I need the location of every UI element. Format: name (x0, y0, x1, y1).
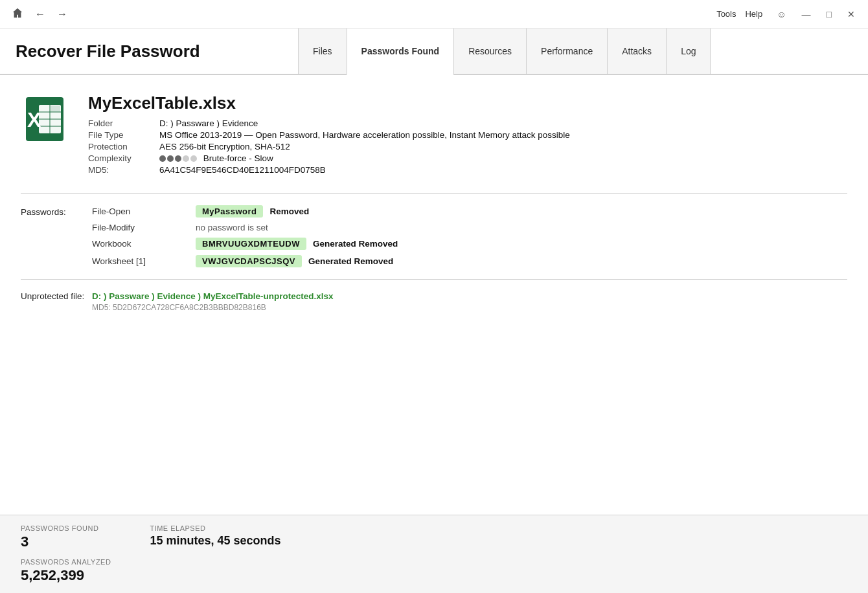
passwords-section: Passwords: File-Open MyPassword Removed … (21, 205, 847, 267)
unprotected-section: Unprotected file: D: ) Passware ) Eviden… (21, 291, 847, 312)
protection-value: AES 256-bit Encryption, SHA-512 (159, 142, 847, 151)
home-button[interactable] (8, 6, 27, 23)
tools-menu[interactable]: Tools (716, 9, 736, 19)
main-content: X MyExcelTable.xlsx Folder D: ) Passware… (0, 75, 868, 515)
unprotected-path[interactable]: D: ) Passware ) Evidence ) MyExcelTable-… (92, 291, 847, 301)
passwords-analyzed-value: 5,252,399 (21, 567, 111, 584)
folder-label: Folder (88, 118, 159, 128)
file-type-value: MS Office 2013-2019 — Open Password, Har… (159, 130, 847, 140)
time-elapsed-value: 15 minutes, 45 seconds (150, 533, 280, 548)
dot-4 (183, 155, 189, 162)
forward-button[interactable]: → (53, 7, 71, 21)
divider-2 (21, 279, 847, 280)
file-icon: X (21, 93, 73, 145)
dot-2 (167, 155, 174, 162)
pw-none-file-modify: no password is set (196, 223, 268, 232)
tab-bar: Files Passwords Found Resources Performa… (298, 28, 868, 74)
folder-value: D: ) Passware ) Evidence (159, 118, 847, 128)
complexity-label: Complexity (88, 153, 159, 163)
passwords-grid: File-Open MyPassword Removed File-Modify… (92, 205, 847, 267)
pw-row-file-modify: no password is set (196, 223, 847, 232)
time-elapsed-label: TIME ELAPSED (150, 524, 280, 532)
pw-badge-workbook: BMRVUUGXDMTEUDW (196, 238, 306, 250)
file-details: MyExcelTable.xlsx Folder D: ) Passware )… (88, 93, 847, 175)
pw-row-worksheet: VWJGVCDAPSCJSQV Generated Removed (196, 255, 847, 267)
tab-resources[interactable]: Resources (453, 28, 526, 74)
help-menu[interactable]: Help (745, 9, 762, 19)
maximize-button[interactable]: □ (821, 8, 837, 21)
pw-type-file-modify: File-Modify (92, 223, 196, 232)
pw-type-workbook: Workbook (92, 239, 196, 249)
complexity-text: Brute-force - Slow (203, 153, 273, 163)
passwords-found-label: PASSWORDS FOUND (21, 524, 111, 532)
tab-files[interactable]: Files (298, 28, 347, 74)
complexity-value: Brute-force - Slow (159, 153, 847, 163)
tab-attacks[interactable]: Attacks (607, 28, 666, 74)
pw-type-file-open: File-Open (92, 207, 196, 216)
unprotected-md5: MD5: 5D2D672CA728CF6A8C2B3BBBD82B816B (92, 303, 847, 312)
passwords-label: Passwords: (21, 205, 92, 217)
stat-time-elapsed: TIME ELAPSED 15 minutes, 45 seconds (150, 524, 280, 548)
back-button[interactable]: ← (31, 7, 49, 21)
app-title: Recover File Password (0, 28, 298, 74)
dot-5 (190, 155, 197, 162)
dot-3 (175, 155, 181, 162)
divider-1 (21, 193, 847, 194)
svg-text:X: X (27, 108, 41, 131)
md5-label: MD5: (88, 165, 159, 175)
pw-row-file-open: MyPassword Removed (196, 205, 847, 218)
tab-performance[interactable]: Performance (526, 28, 607, 74)
svg-rect-7 (51, 106, 60, 112)
passwords-found-value: 3 (21, 533, 111, 550)
pw-status-file-open: Removed (269, 207, 309, 216)
minimize-button[interactable]: — (797, 8, 816, 21)
tab-log[interactable]: Log (666, 28, 711, 74)
stat-passwords-found: PASSWORDS FOUND 3 PASSWORDS ANALYZED 5,2… (21, 524, 111, 584)
header: Recover File Password Files Passwords Fo… (0, 28, 868, 75)
unprotected-label: Unprotected file: (21, 291, 92, 312)
protection-label: Protection (88, 142, 159, 151)
pw-status-workbook: Generated Removed (313, 239, 398, 249)
pw-badge-worksheet: VWJGVCDAPSCJSQV (196, 255, 302, 267)
statusbar: PASSWORDS FOUND 3 PASSWORDS ANALYZED 5,2… (0, 515, 868, 593)
complexity-dots (159, 155, 197, 162)
file-meta: Folder D: ) Passware ) Evidence File Typ… (88, 118, 847, 175)
titlebar-right: Tools Help ☺ — □ ✕ (716, 8, 860, 21)
smiley-button[interactable]: ☺ (771, 8, 791, 21)
window-controls: ☺ — □ ✕ (771, 8, 860, 21)
dot-1 (159, 155, 166, 162)
pw-status-worksheet: Generated Removed (308, 256, 393, 266)
close-button[interactable]: ✕ (842, 8, 860, 21)
passwords-analyzed-label: PASSWORDS ANALYZED (21, 558, 111, 566)
md5-value: 6A41C54F9E546CD40E1211004FD0758B (159, 165, 847, 175)
file-info: X MyExcelTable.xlsx Folder D: ) Passware… (21, 93, 847, 175)
pw-badge-file-open: MyPassword (196, 205, 263, 218)
pw-type-worksheet: Worksheet [1] (92, 256, 196, 266)
file-name: MyExcelTable.xlsx (88, 93, 847, 113)
unprotected-details: D: ) Passware ) Evidence ) MyExcelTable-… (92, 291, 847, 312)
home-icon (12, 7, 23, 19)
titlebar-left: ← → (8, 6, 71, 23)
tab-passwords-found[interactable]: Passwords Found (347, 28, 454, 75)
file-type-label: File Type (88, 130, 159, 140)
titlebar: ← → Tools Help ☺ — □ ✕ (0, 0, 868, 28)
pw-row-workbook: BMRVUUGXDMTEUDW Generated Removed (196, 238, 847, 250)
nav-controls: ← → (8, 6, 71, 23)
